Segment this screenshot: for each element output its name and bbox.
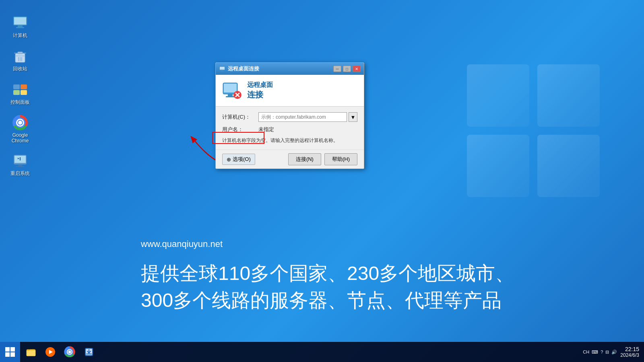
svg-rect-35 bbox=[226, 96, 235, 97]
start-button[interactable] bbox=[0, 342, 20, 362]
desktop-icon-chrome[interactable]: Google Chrome bbox=[4, 112, 36, 146]
explorer-icon bbox=[25, 346, 37, 358]
rdp-body: 计算机(C)： ▼ 用户名： 未指定 计算机名称字段为空。请输入完整的远程计算机… bbox=[216, 107, 364, 150]
taskbar-right: CH ⌨ ? ⊟ 🔊 22:15 2024/6/3 bbox=[578, 346, 644, 358]
rdp-footer: ⊕ 选项(O) 连接(N) 帮助(H) bbox=[216, 150, 364, 169]
rdp-title-line1: 远程桌面 bbox=[247, 81, 273, 89]
username-label: 用户名： bbox=[222, 126, 258, 133]
svg-rect-26 bbox=[16, 166, 24, 167]
language-indicator: CH bbox=[583, 350, 589, 354]
desktop-icon-restart[interactable]: 重启系统 bbox=[4, 150, 36, 179]
chrome-icon bbox=[12, 115, 28, 131]
options-button[interactable]: ⊕ 选项(O) bbox=[222, 154, 255, 165]
svg-rect-0 bbox=[467, 64, 529, 127]
rdp-header-icon bbox=[222, 80, 242, 101]
svg-rect-1 bbox=[537, 64, 600, 127]
network-icon: ⊟ bbox=[605, 350, 609, 355]
computer-dropdown-btn[interactable]: ▼ bbox=[349, 112, 357, 122]
recycle-icon bbox=[12, 48, 28, 64]
rdp-header-title: 远程桌面 连接 bbox=[247, 81, 273, 100]
options-label: 选项(O) bbox=[233, 156, 251, 163]
taskbar-items bbox=[20, 342, 100, 362]
svg-rect-42 bbox=[5, 352, 10, 357]
username-value: 未指定 bbox=[258, 126, 274, 133]
svg-rect-5 bbox=[14, 17, 26, 25]
rdp-title-icon bbox=[219, 66, 225, 72]
computer-input[interactable] bbox=[258, 112, 347, 122]
desktop-icon-controlpanel[interactable]: 控制面板 bbox=[4, 79, 36, 108]
controlpanel-icon-label: 控制面板 bbox=[10, 99, 30, 106]
rdp-dialog: 远程桌面连接 ─ □ ✕ 远程桌面 连接 bbox=[215, 62, 364, 169]
close-button[interactable]: ✕ bbox=[353, 66, 361, 72]
svg-rect-31 bbox=[220, 71, 224, 72]
watermark-line2: 300多个线路的服务器、节点、代理等产品 bbox=[141, 287, 624, 314]
username-field-row: 用户名： 未指定 bbox=[222, 126, 357, 133]
clock-date: 2024/6/3 bbox=[620, 352, 639, 358]
svg-rect-29 bbox=[220, 67, 225, 70]
svg-rect-54 bbox=[86, 354, 92, 354]
svg-rect-30 bbox=[221, 70, 223, 71]
computer-icon-label: 计算机 bbox=[13, 32, 27, 39]
computer-input-row: ▼ bbox=[258, 112, 357, 122]
desktop-watermark: 提供全球110多个国家、230多个地区城市、 300多个线路的服务器、节点、代理… bbox=[141, 260, 624, 314]
svg-rect-41 bbox=[10, 347, 15, 352]
restart-icon bbox=[12, 152, 28, 169]
svg-rect-34 bbox=[228, 94, 233, 96]
svg-rect-25 bbox=[18, 165, 22, 166]
rdp-title-bar: 远程桌面连接 ─ □ ✕ bbox=[216, 63, 364, 75]
svg-rect-3 bbox=[537, 135, 600, 197]
rdp-title-text: 远程桌面连接 bbox=[219, 65, 259, 72]
clock-time: 22:15 bbox=[625, 346, 639, 352]
win10-logo bbox=[463, 60, 604, 229]
help-button[interactable]: 帮助(H) bbox=[324, 153, 357, 165]
svg-point-22 bbox=[18, 121, 22, 125]
volume-icon: 🔊 bbox=[611, 350, 617, 355]
taskbar-item-media[interactable] bbox=[41, 343, 60, 361]
taskbar-item-chrome[interactable] bbox=[60, 343, 79, 361]
minimize-button[interactable]: ─ bbox=[333, 66, 341, 72]
taskbar-sys-icons: CH ⌨ ? ⊟ 🔊 bbox=[583, 350, 617, 355]
svg-rect-17 bbox=[13, 90, 20, 95]
svg-rect-16 bbox=[21, 84, 27, 89]
svg-rect-2 bbox=[467, 135, 529, 197]
svg-rect-6 bbox=[18, 25, 23, 27]
svg-rect-40 bbox=[5, 347, 10, 352]
maximize-button[interactable]: □ bbox=[343, 66, 351, 72]
svg-rect-15 bbox=[13, 84, 20, 89]
keyboard-icon: ⌨ bbox=[592, 350, 598, 355]
desktop-icons-area: 计算机 回收站 控制面板 bbox=[0, 8, 36, 183]
svg-point-51 bbox=[68, 351, 71, 354]
rdp-header: 远程桌面 连接 bbox=[216, 75, 364, 107]
svg-rect-33 bbox=[224, 84, 237, 93]
desktop-url: www.quanqiuyun.net bbox=[141, 239, 223, 249]
taskbar-clock[interactable]: 22:15 2024/6/3 bbox=[620, 346, 639, 358]
svg-rect-7 bbox=[16, 27, 24, 28]
rdp-warning: 计算机名称字段为空。请输入完整的远程计算机名称。 bbox=[222, 137, 357, 144]
taskbar-item-install[interactable] bbox=[80, 343, 98, 361]
media-icon bbox=[45, 346, 56, 358]
svg-rect-27 bbox=[20, 157, 21, 160]
recycle-icon-label: 回收站 bbox=[13, 66, 27, 72]
rdp-action-buttons: 连接(N) 帮助(H) bbox=[288, 153, 357, 165]
connect-button[interactable]: 连接(N) bbox=[288, 153, 321, 165]
desktop-icon-computer[interactable]: 计算机 bbox=[4, 12, 36, 41]
options-arrow-icon: ⊕ bbox=[227, 156, 231, 162]
question-icon: ? bbox=[601, 350, 603, 354]
svg-rect-18 bbox=[21, 90, 27, 95]
controlpanel-icon bbox=[12, 81, 28, 97]
install-icon bbox=[83, 346, 95, 358]
rdp-win-controls: ─ □ ✕ bbox=[333, 66, 361, 72]
restart-icon-label: 重启系统 bbox=[10, 170, 30, 177]
windows-logo-icon bbox=[4, 346, 16, 358]
taskbar: CH ⌨ ? ⊟ 🔊 22:15 2024/6/3 bbox=[0, 342, 644, 362]
desktop-icon-recycle[interactable]: 回收站 bbox=[4, 45, 36, 75]
rdp-title-line2: 连接 bbox=[247, 89, 273, 100]
taskbar-item-explorer[interactable] bbox=[22, 343, 40, 361]
computer-label: 计算机(C)： bbox=[222, 113, 258, 121]
watermark-line1: 提供全球110多个国家、230多个地区城市、 bbox=[141, 260, 624, 287]
chrome-taskbar-icon bbox=[64, 346, 75, 358]
computer-icon bbox=[12, 14, 28, 31]
computer-field-row: 计算机(C)： ▼ bbox=[222, 112, 357, 122]
chrome-icon-label: Google Chrome bbox=[6, 132, 34, 144]
svg-rect-45 bbox=[27, 351, 35, 356]
